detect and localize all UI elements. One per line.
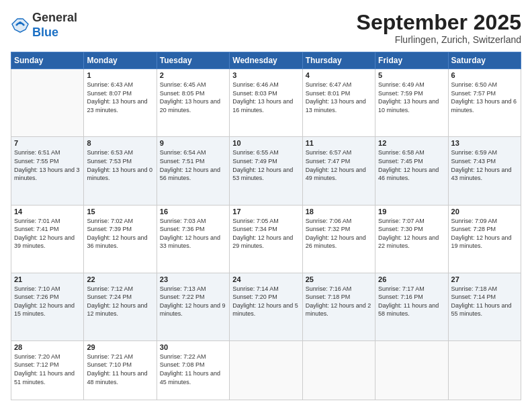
sunset-text: Sunset: 7:24 PM xyxy=(87,293,132,300)
daylight-text: Daylight: 12 hours and 46 minutes. xyxy=(378,167,439,182)
sunrise-text: Sunrise: 6:58 AM xyxy=(378,149,425,156)
daylight-text: Daylight: 12 hours and 36 minutes. xyxy=(87,234,147,250)
calendar-cell: 28 Sunrise: 7:20 AM Sunset: 7:12 PM Dayl… xyxy=(11,340,84,400)
day-number: 6 xyxy=(451,71,518,79)
sunset-text: Sunset: 7:32 PM xyxy=(306,226,351,232)
day-info: Sunrise: 6:55 AM Sunset: 7:49 PM Dayligh… xyxy=(232,148,299,182)
sunrise-text: Sunrise: 6:55 AM xyxy=(232,149,279,156)
sunrise-text: Sunrise: 7:17 AM xyxy=(378,285,425,292)
daylight-text: Daylight: 13 hours and 20 minutes. xyxy=(160,98,220,113)
day-info: Sunrise: 7:05 AM Sunset: 7:34 PM Dayligh… xyxy=(232,217,299,250)
day-number: 17 xyxy=(232,208,299,216)
day-info: Sunrise: 6:51 AM Sunset: 7:55 PM Dayligh… xyxy=(14,148,81,182)
calendar-week-row-5: 28 Sunrise: 7:20 AM Sunset: 7:12 PM Dayl… xyxy=(11,340,521,400)
daylight-text: Daylight: 13 hours and 3 minutes. xyxy=(14,167,80,182)
day-number: 26 xyxy=(378,275,445,283)
calendar-cell: 10 Sunrise: 6:55 AM Sunset: 7:49 PM Dayl… xyxy=(230,137,302,205)
sunset-text: Sunset: 7:47 PM xyxy=(306,158,351,165)
calendar-cell: 23 Sunrise: 7:13 AM Sunset: 7:22 PM Dayl… xyxy=(157,273,229,340)
day-number: 5 xyxy=(378,71,445,79)
day-info: Sunrise: 7:21 AM Sunset: 7:10 PM Dayligh… xyxy=(87,353,153,386)
day-info: Sunrise: 7:06 AM Sunset: 7:32 PM Dayligh… xyxy=(306,217,372,250)
calendar-header-row: Sunday Monday Tuesday Wednesday Thursday… xyxy=(11,52,521,69)
col-thursday: Thursday xyxy=(302,52,375,69)
day-info: Sunrise: 6:49 AM Sunset: 7:59 PM Dayligh… xyxy=(378,81,445,114)
day-number: 1 xyxy=(87,71,153,79)
sunset-text: Sunset: 7:16 PM xyxy=(378,293,423,300)
day-info: Sunrise: 7:10 AM Sunset: 7:26 PM Dayligh… xyxy=(14,285,81,318)
day-number: 29 xyxy=(87,343,153,351)
calendar-cell: 15 Sunrise: 7:02 AM Sunset: 7:39 PM Dayl… xyxy=(84,205,157,273)
day-info: Sunrise: 6:59 AM Sunset: 7:43 PM Dayligh… xyxy=(451,148,518,182)
header: General Blue September 2025 Flurlingen, … xyxy=(11,11,521,45)
day-number: 12 xyxy=(378,139,445,147)
calendar-cell xyxy=(11,69,84,137)
day-info: Sunrise: 6:50 AM Sunset: 7:57 PM Dayligh… xyxy=(451,81,518,114)
day-number: 24 xyxy=(232,275,299,283)
sunrise-text: Sunrise: 6:59 AM xyxy=(451,149,498,156)
daylight-text: Daylight: 12 hours and 15 minutes. xyxy=(14,302,75,318)
day-info: Sunrise: 6:53 AM Sunset: 7:53 PM Dayligh… xyxy=(87,148,153,182)
calendar-cell xyxy=(375,340,448,400)
page: General Blue September 2025 Flurlingen, … xyxy=(0,0,532,411)
day-info: Sunrise: 7:01 AM Sunset: 7:41 PM Dayligh… xyxy=(14,217,81,250)
calendar-cell: 2 Sunrise: 6:45 AM Sunset: 8:05 PM Dayli… xyxy=(157,69,229,137)
sunrise-text: Sunrise: 7:22 AM xyxy=(160,353,206,360)
daylight-text: Daylight: 13 hours and 13 minutes. xyxy=(306,98,366,113)
sunset-text: Sunset: 7:53 PM xyxy=(87,158,132,165)
sunset-text: Sunset: 7:14 PM xyxy=(451,293,496,300)
day-number: 19 xyxy=(378,208,445,216)
daylight-text: Daylight: 12 hours and 53 minutes. xyxy=(232,167,293,182)
daylight-text: Daylight: 12 hours and 26 minutes. xyxy=(306,234,366,250)
col-monday: Monday xyxy=(84,52,157,69)
sunset-text: Sunset: 7:45 PM xyxy=(378,158,423,165)
sunset-text: Sunset: 7:49 PM xyxy=(232,158,277,165)
sunset-text: Sunset: 7:57 PM xyxy=(451,90,496,97)
day-info: Sunrise: 7:07 AM Sunset: 7:30 PM Dayligh… xyxy=(378,217,445,250)
day-info: Sunrise: 7:13 AM Sunset: 7:22 PM Dayligh… xyxy=(160,285,226,318)
sunrise-text: Sunrise: 7:07 AM xyxy=(378,218,425,224)
logo-general: General xyxy=(32,11,77,24)
daylight-text: Daylight: 11 hours and 48 minutes. xyxy=(87,370,147,385)
daylight-text: Daylight: 11 hours and 45 minutes. xyxy=(160,370,220,385)
daylight-text: Daylight: 13 hours and 23 minutes. xyxy=(87,98,147,113)
calendar-cell xyxy=(302,340,375,400)
sunset-text: Sunset: 8:01 PM xyxy=(306,90,351,97)
location: Flurlingen, Zurich, Switzerland xyxy=(357,34,521,45)
daylight-text: Daylight: 12 hours and 43 minutes. xyxy=(451,167,512,182)
daylight-text: Daylight: 13 hours and 0 minutes. xyxy=(87,167,152,182)
calendar-cell: 11 Sunrise: 6:57 AM Sunset: 7:47 PM Dayl… xyxy=(302,137,375,205)
day-info: Sunrise: 7:16 AM Sunset: 7:18 PM Dayligh… xyxy=(306,285,372,318)
daylight-text: Daylight: 12 hours and 33 minutes. xyxy=(160,234,220,250)
sunset-text: Sunset: 7:10 PM xyxy=(87,361,132,368)
day-info: Sunrise: 7:03 AM Sunset: 7:36 PM Dayligh… xyxy=(160,217,226,250)
day-number: 8 xyxy=(87,139,153,147)
calendar-cell: 13 Sunrise: 6:59 AM Sunset: 7:43 PM Dayl… xyxy=(448,137,521,205)
day-number: 2 xyxy=(160,71,226,79)
sunrise-text: Sunrise: 7:02 AM xyxy=(87,218,133,224)
calendar-cell: 3 Sunrise: 6:46 AM Sunset: 8:03 PM Dayli… xyxy=(230,69,302,137)
day-number: 20 xyxy=(451,208,518,216)
calendar-cell: 4 Sunrise: 6:47 AM Sunset: 8:01 PM Dayli… xyxy=(302,69,375,137)
calendar-cell: 8 Sunrise: 6:53 AM Sunset: 7:53 PM Dayli… xyxy=(84,137,157,205)
month-title: September 2025 xyxy=(357,11,521,34)
calendar-week-row-4: 21 Sunrise: 7:10 AM Sunset: 7:26 PM Dayl… xyxy=(11,273,521,340)
day-number: 15 xyxy=(87,208,153,216)
calendar-cell: 12 Sunrise: 6:58 AM Sunset: 7:45 PM Dayl… xyxy=(375,137,448,205)
col-friday: Friday xyxy=(375,52,448,69)
calendar-cell: 16 Sunrise: 7:03 AM Sunset: 7:36 PM Dayl… xyxy=(157,205,229,273)
day-info: Sunrise: 7:12 AM Sunset: 7:24 PM Dayligh… xyxy=(87,285,153,318)
sunrise-text: Sunrise: 7:18 AM xyxy=(451,285,498,292)
calendar-cell: 7 Sunrise: 6:51 AM Sunset: 7:55 PM Dayli… xyxy=(11,137,84,205)
sunrise-text: Sunrise: 6:43 AM xyxy=(87,81,133,88)
calendar-cell: 20 Sunrise: 7:09 AM Sunset: 7:28 PM Dayl… xyxy=(448,205,521,273)
daylight-text: Daylight: 12 hours and 19 minutes. xyxy=(451,234,512,250)
calendar-cell: 26 Sunrise: 7:17 AM Sunset: 7:16 PM Dayl… xyxy=(375,273,448,340)
day-number: 9 xyxy=(160,139,226,147)
daylight-text: Daylight: 12 hours and 9 minutes. xyxy=(160,302,226,318)
daylight-text: Daylight: 12 hours and 2 minutes. xyxy=(306,302,371,318)
logo-blue: Blue xyxy=(32,26,58,39)
logo-text: General Blue xyxy=(32,11,77,40)
daylight-text: Daylight: 12 hours and 5 minutes. xyxy=(232,302,298,318)
day-number: 25 xyxy=(306,275,372,283)
